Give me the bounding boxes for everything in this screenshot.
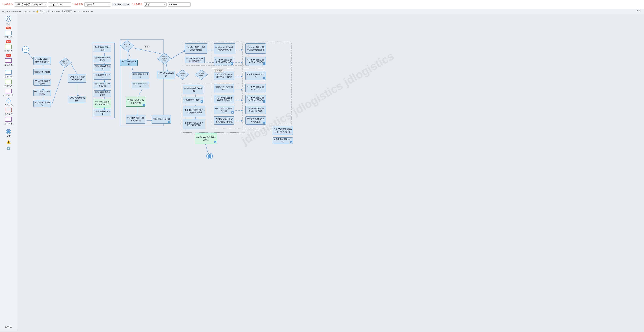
upgrade-badge-1: 升级 [6, 26, 11, 29]
header-bar: * 业务身份 中国_京东物流_供应链-ISV * 业务类型 销售出库 outbo… [0, 0, 644, 9]
type-tag: outbound_sale [112, 3, 130, 6]
sidebar-item-flow1[interactable]: 流程方案 [1, 58, 16, 66]
svg-text:处理: 处理 [163, 60, 166, 62]
node-n3-text: 仓配出库单-标准消息推送 [34, 80, 50, 85]
node-n3[interactable]: 仓配出库单-标准消息推送 [34, 79, 51, 86]
type-select[interactable]: 销售出库 [84, 2, 111, 6]
modifier-info: 最近修改人：liufei234，最近更新于：2022-12-20 10:43:4… [40, 10, 93, 13]
node-n10-text: 仓配出库单-商品校验 [94, 65, 110, 70]
diamond-d1[interactable]: 仓配出库单 -仓库信息 校验 [59, 57, 72, 68]
identity-label: * 业务身份 [2, 3, 13, 6]
svg-marker-60 [195, 70, 208, 80]
scene-select-wrapper[interactable]: 接单 [144, 2, 166, 6]
node-n1[interactable]: 中小件isv-前置公-接单-通用初始化 [34, 56, 51, 65]
canvas-inner: jdlogistics jdlogistics jdlogistics [17, 14, 618, 183]
node-n16[interactable]: 输出：订单类型采购 [120, 60, 138, 66]
sidebar-standard1-label: 标准能力 [4, 36, 12, 39]
diamond-storage[interactable]: 是否仓储 物推荐 [195, 69, 208, 80]
sidebar-item-start[interactable]: 开始 [1, 16, 16, 25]
svg-text:仓配出库单: 仓配出库单 [62, 60, 68, 62]
scene-code-input[interactable] [168, 2, 190, 6]
custom-icon [5, 89, 12, 94]
identity-select-wrapper[interactable]: 中国_京东物流_供应链-ISV [14, 2, 47, 6]
node-n7[interactable]: 仓配日志-场地信息解析 [68, 96, 86, 102]
svg-line-6 [52, 64, 66, 105]
node-last2[interactable]: 仓配出库单-写入试处理 ■ [272, 138, 293, 144]
svg-text:校验: 校验 [64, 64, 66, 66]
svg-text:-仓库信息: -仓库信息 [62, 62, 68, 64]
node-n22[interactable]: 仓配出库单-根点推荐 [157, 71, 175, 78]
node-n18[interactable]: 仓配出库单-保持订单 [132, 82, 149, 88]
sidebar-item-warning[interactable]: ⚠️ [1, 139, 16, 144]
diamond-d2[interactable]: 仓配出库 类型 [120, 40, 134, 52]
sidebar-item-extend1[interactable]: 扩展能力 [1, 44, 16, 52]
canvas-area[interactable]: jdlogistics jdlogistics jdlogistics [17, 14, 644, 331]
sidebar-item-standard2[interactable]: 标准能力 [1, 70, 16, 78]
node-n12-text: 仓配出库单-产品信息老校验 [94, 82, 110, 88]
node-n19-badge: ■ [143, 104, 145, 106]
node-n6[interactable]: 仓配出库单-业务支断-跳转校验 [68, 74, 86, 82]
node-n9[interactable]: 仓配出库单-仓库信息校验 [94, 56, 111, 62]
node-n14[interactable]: 中小件isv-前置公-接单-预置操作作业 [94, 99, 111, 107]
node-n4[interactable]: 仓配出库单-客户信息校验 [34, 90, 51, 96]
sidebar-standard2-label: 标准能力 [4, 75, 12, 78]
node-n2[interactable]: 仓配出库单-初始化 [34, 68, 51, 75]
node-n11[interactable]: 仓配出库单-商品合并 [94, 73, 111, 80]
lock-icon: 🔒 [36, 10, 39, 12]
sidebar: 开始 升级 标准能力 升级 扩展能力 升级 流程方案 标准能力 扩展 [0, 14, 17, 331]
node-last1[interactable]: 广告ISV-前置公-接单-订单广播-厂商广播 [272, 126, 293, 135]
sidebar-item-gear[interactable]: ⚙️ [1, 146, 16, 151]
extend-icon-1 [5, 44, 12, 49]
node-n1-text: 中小件isv-前置公-接单-通用初始化 [34, 58, 50, 63]
sidebar-item-condition[interactable]: 条件分支 [1, 98, 16, 106]
node-n21[interactable]: 仓配出库单-订单广播 ■ [152, 115, 171, 124]
sidebar-start-label: 开始 [6, 22, 10, 25]
sidebar-condition-label: 条件分支 [4, 104, 12, 106]
main-layout: 开始 升级 标准能力 升级 扩展能力 升级 流程方案 标准能力 扩展 [0, 14, 644, 331]
node-n13[interactable]: 仓配出库单-库存燃情校验 [94, 90, 111, 97]
node-n33-badge: ■ [214, 141, 216, 143]
node-last2-text: 仓配出库单-写入试处理 [273, 138, 292, 143]
svg-marker-57 [176, 70, 189, 80]
node-n8[interactable]: 仓配出库单-订单号生成 [94, 45, 111, 52]
sidebar-end-label: 结束 [6, 135, 10, 138]
sidebar-item-extend2[interactable]: 扩展能力 [1, 80, 16, 88]
sidebar-item-standard1[interactable]: 标准能力 [1, 31, 16, 39]
identity-select[interactable]: 中国_京东物流_供应链-ISV [14, 2, 47, 6]
sidebar-item-parallel[interactable]: 并行执行 [1, 108, 16, 116]
flow-start-node[interactable]: 开始 [22, 46, 29, 53]
sidebar-item-end[interactable]: 结束 [1, 129, 16, 138]
svg-line-7 [72, 64, 78, 76]
node-n19[interactable]: 开发商isv-前置公-接单-服务能力 ■ [126, 97, 146, 106]
code-input[interactable] [48, 2, 71, 6]
node-n17[interactable]: 仓配出库单-根点库存 [132, 72, 149, 79]
diamond-d3[interactable]: 复杂订单 城域范围 处理 [157, 53, 172, 64]
sidebar-item-flow2[interactable]: 流程方案 [1, 117, 16, 125]
type-select-wrapper[interactable]: 销售出库 [84, 2, 111, 6]
label-factory: 厂商入参 [214, 69, 223, 72]
node-n4-text: 仓配出库单-客户信息校验 [34, 90, 50, 96]
sidebar-item-custom[interactable]: 自定义能力 [1, 89, 16, 97]
label-xiadandi: 下单地 [145, 45, 150, 48]
node-n21-badge: ■ [168, 121, 170, 123]
type-label: * 业务类型 [72, 3, 83, 6]
diamond-city[interactable]: 是否城域 处理 [176, 69, 189, 80]
svg-text:仓配出库: 仓配出库 [124, 44, 130, 45]
node-n15-text: 仓配出库单-预裂对账 [94, 110, 110, 116]
scene-select[interactable]: 接单 [144, 2, 166, 6]
dashed-box-5 [243, 42, 292, 130]
node-n20[interactable]: 中小件isv-前置公-接单-订单广播 [126, 115, 146, 124]
start-text: 开始 [24, 48, 27, 51]
node-n33[interactable]: 中小件isv-前置公-接单-试发态 ■ [195, 134, 217, 144]
sidebar-flow1-label: 流程方案 [4, 63, 12, 66]
flow-end-node[interactable] [206, 153, 213, 159]
collapse-button[interactable]: ⌃⌃ [636, 10, 642, 13]
node-n12[interactable]: 仓配出库单-产品信息老校验 [94, 82, 111, 88]
scene-label: * 业务场景 [132, 3, 142, 6]
node-n10[interactable]: 仓配出库单-商品校验 [94, 64, 111, 71]
upgrade-badge-3: 升级 [6, 54, 11, 57]
node-n5[interactable]: 仓配出库单-重复校验 [34, 100, 51, 107]
svg-text:是否仓储: 是否仓储 [199, 73, 204, 74]
node-n15[interactable]: 仓配出库单-预裂对账 [94, 110, 111, 116]
node-last1-text: 广告ISV-前置公-接单-订单广播-厂商广播 [273, 128, 292, 133]
